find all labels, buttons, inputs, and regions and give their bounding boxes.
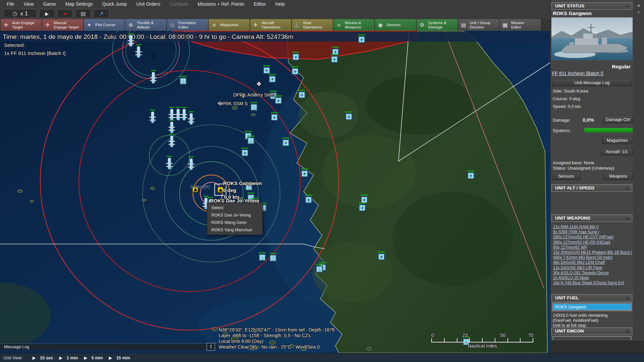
context-menu-item-roks-dae-jo-yeong[interactable]: ROKS Dae Jo-Yeong <box>207 212 262 219</box>
surface-contact-icon[interactable]: ⚓ <box>316 266 323 273</box>
friendly-ship-icon[interactable] <box>183 109 186 120</box>
air-contact-icon[interactable]: ✈ <box>468 172 475 179</box>
quick-jump-button[interactable]: ↗ <box>93 9 109 18</box>
play-step-icon[interactable]: ▶ <box>33 355 36 360</box>
unit-message-log-button[interactable]: Unit Message Log <box>552 79 632 86</box>
message-log-bar[interactable]: Message Log <box>0 343 217 351</box>
unit-class-link[interactable]: FF 811 Incheon [Batch I] <box>552 71 603 76</box>
friendly-ship-icon[interactable] <box>170 122 173 133</box>
sensors-button[interactable]: ◉Sensors <box>375 19 416 31</box>
interval-1-min-button[interactable]: 1 min <box>66 355 78 360</box>
unit-group-doctrine-button[interactable]: ▤Unit / GroupDoctrine <box>458 19 499 31</box>
air-contact-icon[interactable]: ✈ <box>301 170 308 177</box>
air-contact-icon[interactable]: ✈ <box>305 196 312 203</box>
menu-unit-orders[interactable]: Unit Orders <box>131 1 165 7</box>
collapse-icon[interactable]: « <box>624 330 631 333</box>
weapon-link-12x-dagaie-mk2-lir-flare[interactable]: 12x DAGAIE Mk2 LIR Flare <box>553 265 633 270</box>
unit-weapons-header[interactable]: UNIT WEAPONS « <box>551 215 632 222</box>
throttle-altitude-button[interactable]: ⊛Throttle &Altitude <box>125 19 166 31</box>
plot-course-button[interactable]: ✦Plot Course <box>84 19 125 31</box>
friendly-ship-icon[interactable] <box>170 136 173 147</box>
weapons-button[interactable]: Weapons <box>604 172 633 180</box>
air-contact-icon[interactable]: ✈ <box>282 139 289 146</box>
menu-map-settings[interactable]: Map Settings <box>61 1 98 7</box>
air-contact-icon[interactable]: ✈ <box>271 114 278 121</box>
air-contact-icon[interactable]: ✈ <box>269 76 276 83</box>
weapon-link-80x-127mm-62-wp[interactable]: 80x 127mm/62 WP <box>553 245 633 250</box>
menu-game[interactable]: Game <box>39 1 61 7</box>
weapon-link-260x-127mm-62-he-pd-hicap[interactable]: 260x 127mm/62 HE-PD [HiCap] <box>553 240 633 245</box>
weapon-link-24x-k-745-blue-shark-chung-sang-eo[interactable]: 24x K-745 Blue Shark [Chung Sang Eo] <box>553 281 633 286</box>
weapon-link-2x-an-slq-25-nixie[interactable]: 2x AN/SLQ-25 Nixie <box>553 276 633 281</box>
collapse-icon[interactable]: « <box>624 217 631 220</box>
surface-contact-icon[interactable]: ⚓ <box>270 255 277 262</box>
collapse-icon[interactable]: « <box>624 297 631 300</box>
context-menu-item-roks-yang-manchun[interactable]: ROKS Yang Manchun <box>207 226 262 234</box>
unit-alt-speed-header[interactable]: UNIT ALT / SPEED « <box>551 184 632 192</box>
formation-editor-button[interactable]: ◇FormationEditor <box>167 19 208 31</box>
systems-damage-button[interactable]: ⚙Systems &Damage <box>417 19 458 31</box>
air-contact-icon[interactable]: ✈ <box>378 253 385 260</box>
collapse-icon[interactable]: « <box>624 5 631 8</box>
friendly-ship-icon[interactable] <box>151 112 154 123</box>
air-contact-icon[interactable]: ✈ <box>275 97 282 104</box>
map-layers-button[interactable]: ▤ <box>75 9 91 18</box>
record-button[interactable]: ● <box>57 9 73 18</box>
play-step-icon[interactable]: ▶ <box>109 355 112 360</box>
menu-file[interactable]: File <box>2 1 19 7</box>
friendly-ship-icon[interactable] <box>168 158 171 169</box>
surface-contact-icon[interactable]: ⚓ <box>248 137 255 144</box>
interval-15-sec-button[interactable]: 15 sec <box>40 355 53 360</box>
surface-contact-icon[interactable]: ⚓ <box>180 78 187 85</box>
context-menu-item-roks-wang-geon[interactable]: ROKS Wang Geon <box>207 219 262 226</box>
mounts-weapons-button[interactable]: ≡Mounts &Weapons <box>333 19 374 31</box>
menu-contacts[interactable]: Contacts <box>165 1 193 7</box>
play-step-icon[interactable]: ▶ <box>59 355 62 360</box>
weapon-link-480x-7-62mm-mg-burst-20-rnds[interactable]: 480x 7.62mm MG Burst [20 rnds] <box>553 255 633 260</box>
mission-editor-button[interactable]: ▦MissionEditor <box>500 19 541 31</box>
magazines-button[interactable]: Magazines <box>602 137 633 144</box>
weapon-link-15x-20mm-100-mk15-phalanx-blk-1b-burst[interactable]: 15x 20mm/100 Mk15 Phalanx Blk 1B Burst [ <box>553 250 633 255</box>
fuel-selected-unit[interactable]: ROKS Gangwon <box>553 304 631 310</box>
air-contact-icon[interactable]: ✈ <box>292 54 300 61</box>
air-contact-icon[interactable]: ✈ <box>359 204 366 212</box>
weapon-link-30x-k-slq-261-torpedo-decoy[interactable]: 30x K/SLQ-261 Torpedo Decoy <box>553 270 633 276</box>
aircraft-operations-button[interactable]: ✈AircraftOperations <box>250 19 291 31</box>
interval-15-min-button[interactable]: 15 min <box>116 355 130 360</box>
friendly-ship-icon[interactable] <box>137 46 140 58</box>
play-step-icon[interactable]: ▶ <box>84 355 87 360</box>
scroll-up-icon[interactable]: ▲ <box>636 3 641 7</box>
air-contact-icon[interactable]: ✈ <box>241 149 249 157</box>
expand-message-log-button[interactable]: ⇧ <box>207 343 215 351</box>
menu-view[interactable]: View <box>19 1 39 7</box>
scroll-down-icon[interactable]: ▼ <box>636 10 641 15</box>
menu-editor[interactable]: Editor <box>249 1 271 7</box>
interval-5-min-button[interactable]: 5 min <box>91 355 103 360</box>
unit-fuel-header[interactable]: UNIT FUEL « <box>551 294 632 302</box>
menu-quick-jump[interactable]: Quick Jump <box>98 1 132 7</box>
air-contact-icon[interactable]: ✈ <box>292 68 299 75</box>
sensors-button[interactable]: Sensors <box>552 172 581 180</box>
auto-engage-target-button[interactable]: ✚Auto EngageTarget <box>1 19 42 31</box>
friendly-ship-icon[interactable] <box>177 109 180 120</box>
play-button[interactable]: ▶ <box>39 9 55 18</box>
menu-help[interactable]: Help <box>271 1 290 7</box>
air-contact-icon[interactable]: ✈ <box>299 92 306 99</box>
surface-contact-icon[interactable]: ⚓ <box>251 104 258 111</box>
air-contact-icon[interactable]: ✈ <box>263 67 270 74</box>
manual-engage-target-button[interactable]: ✚ManualEngage Target <box>42 19 83 31</box>
aircraft-button[interactable]: Aircraft: 1/1 <box>601 148 633 156</box>
weapon-link-48x-dagaie-mk2-lem-chaff[interactable]: 48x DAGAIE Mk2 LEM Chaff <box>553 260 633 265</box>
collapse-icon[interactable]: « <box>624 187 631 190</box>
unit-emcon-header[interactable]: UNIT EMCON « <box>551 327 632 335</box>
friendly-ship-icon[interactable] <box>190 159 193 170</box>
friendly-ship-icon[interactable] <box>129 35 132 47</box>
air-contact-icon[interactable]: ✈ <box>345 113 353 120</box>
friendly-ship-icon[interactable] <box>152 72 155 83</box>
air-contact-icon[interactable]: ✈ <box>331 56 338 63</box>
friendly-ship-icon[interactable] <box>170 109 173 120</box>
air-contact-icon[interactable]: ✈ <box>358 36 365 43</box>
weapon-link-8x-ssm-700k-hae-sung-i[interactable]: 8x SSM-700K Hae Sung I <box>553 230 633 235</box>
magazines-button[interactable]: ≡Magazines <box>209 19 250 31</box>
time-compression-button[interactable]: ◷x 1 <box>3 9 37 18</box>
